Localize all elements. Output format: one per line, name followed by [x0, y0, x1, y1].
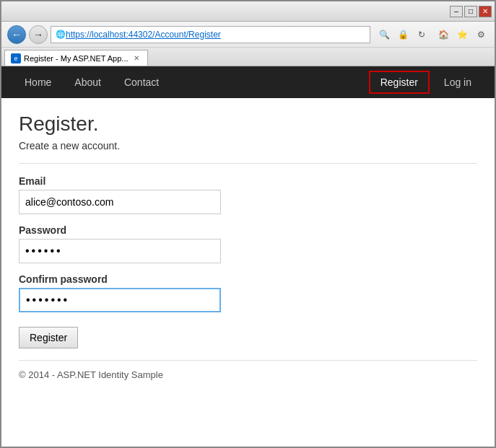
active-tab[interactable]: e Register - My ASP.NET App... ✕ [4, 50, 148, 66]
title-bar: – □ ✕ [1, 1, 495, 22]
tab-bar: e Register - My ASP.NET App... ✕ [1, 48, 495, 66]
confirm-password-group: Confirm password [19, 273, 477, 312]
footer-text: © 2014 - ASP.NET Identity Sample [19, 369, 163, 380]
title-bar-buttons: – □ ✕ [450, 6, 492, 17]
nav-contact[interactable]: Contact [113, 69, 170, 95]
browser-window: – □ ✕ ← → 🌐 https://localhost:44302/Acco… [0, 0, 496, 448]
email-group: Email [19, 175, 477, 214]
ie-icon: 🌐 [56, 30, 66, 39]
maximize-button[interactable]: □ [464, 6, 477, 17]
nav-menu: Home About Contact Register Log in [1, 66, 495, 98]
settings-icon[interactable]: ⚙ [473, 27, 489, 43]
tab-label: Register - My ASP.NET App... [24, 54, 129, 63]
back-button[interactable]: ← [7, 25, 26, 44]
password-label: Password [19, 224, 477, 236]
address-path: Account/Register [155, 30, 220, 40]
address-bar[interactable]: 🌐 https://localhost:44302/Account/Regist… [51, 26, 370, 43]
separator [19, 163, 477, 164]
address-prefix: https://localhost:44302/ [66, 30, 155, 40]
nav-login-button[interactable]: Log in [432, 69, 483, 95]
lock-icon: 🔒 [395, 27, 411, 43]
tab-favicon: e [11, 53, 21, 63]
email-input[interactable] [19, 190, 221, 214]
forward-button[interactable]: → [29, 25, 48, 44]
nav-register-button[interactable]: Register [369, 71, 430, 94]
confirm-password-input[interactable] [19, 288, 221, 312]
toolbar-icons: 🔍 🔒 ↻ [376, 27, 430, 43]
nav-menu-right: Register Log in [369, 69, 483, 95]
close-button[interactable]: ✕ [479, 6, 492, 17]
nav-home[interactable]: Home [13, 69, 63, 95]
nav-about[interactable]: About [63, 69, 113, 95]
refresh-icon[interactable]: ↻ [414, 27, 430, 43]
footer: © 2014 - ASP.NET Identity Sample [19, 360, 477, 380]
favorites-icon[interactable]: ⭐ [454, 27, 470, 43]
main-content: Register. Create a new account. Email Pa… [1, 98, 495, 447]
browser-toolbar: 🏠 ⭐ ⚙ [435, 27, 489, 43]
page-subtitle: Create a new account. [19, 140, 477, 151]
nav-menu-left: Home About Contact [13, 69, 369, 95]
email-label: Email [19, 175, 477, 187]
home-icon[interactable]: 🏠 [435, 27, 451, 43]
password-group: Password [19, 224, 477, 263]
confirm-password-label: Confirm password [19, 273, 477, 285]
minimize-button[interactable]: – [450, 6, 463, 17]
password-input[interactable] [19, 239, 221, 263]
address-bar-row: ← → 🌐 https://localhost:44302/Account/Re… [1, 22, 495, 48]
address-text: https://localhost:44302/Account/Register [66, 30, 221, 40]
register-button[interactable]: Register [19, 327, 78, 348]
tab-close-button[interactable]: ✕ [131, 53, 142, 63]
page-title: Register. [19, 113, 477, 136]
search-icon[interactable]: 🔍 [376, 27, 392, 43]
